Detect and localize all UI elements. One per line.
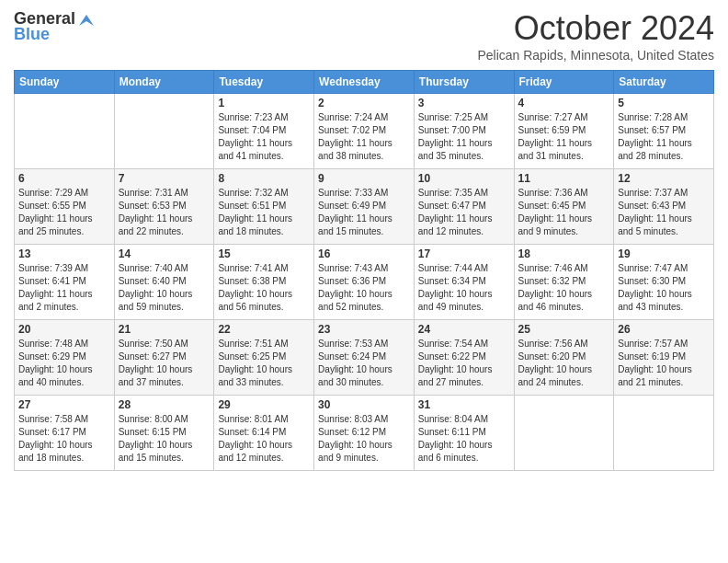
- calendar-header-monday: Monday: [114, 71, 214, 94]
- day-info: Sunrise: 7:35 AM Sunset: 6:47 PM Dayligh…: [418, 187, 510, 238]
- day-number: 2: [318, 97, 410, 109]
- calendar-cell: [15, 94, 115, 169]
- day-number: 15: [218, 247, 310, 260]
- day-number: 20: [18, 323, 110, 336]
- calendar-cell: 29Sunrise: 8:01 AM Sunset: 6:14 PM Dayli…: [214, 396, 314, 471]
- day-number: 8: [218, 172, 310, 185]
- day-info: Sunrise: 7:36 AM Sunset: 6:45 PM Dayligh…: [518, 187, 610, 238]
- calendar-cell: 26Sunrise: 7:57 AM Sunset: 6:19 PM Dayli…: [614, 320, 714, 396]
- day-number: 28: [119, 398, 210, 411]
- calendar-cell: 21Sunrise: 7:50 AM Sunset: 6:27 PM Dayli…: [114, 320, 214, 396]
- calendar-cell: 5Sunrise: 7:28 AM Sunset: 6:57 PM Daylig…: [614, 94, 714, 169]
- day-info: Sunrise: 7:27 AM Sunset: 6:59 PM Dayligh…: [518, 111, 610, 163]
- day-number: 11: [518, 172, 610, 185]
- day-info: Sunrise: 7:41 AM Sunset: 6:38 PM Dayligh…: [218, 262, 310, 314]
- day-info: Sunrise: 7:23 AM Sunset: 7:04 PM Dayligh…: [218, 111, 310, 163]
- day-number: 25: [518, 323, 610, 336]
- day-number: 27: [18, 398, 110, 411]
- calendar-cell: 19Sunrise: 7:47 AM Sunset: 6:30 PM Dayli…: [614, 245, 714, 320]
- month-title: October 2024: [477, 9, 714, 48]
- day-number: 17: [418, 247, 510, 260]
- calendar-cell: 16Sunrise: 7:43 AM Sunset: 6:36 PM Dayli…: [314, 245, 415, 320]
- calendar-cell: 20Sunrise: 7:48 AM Sunset: 6:29 PM Dayli…: [15, 320, 115, 396]
- day-info: Sunrise: 7:51 AM Sunset: 6:25 PM Dayligh…: [218, 338, 310, 389]
- day-info: Sunrise: 7:31 AM Sunset: 6:53 PM Dayligh…: [119, 187, 210, 238]
- location-title: Pelican Rapids, Minnesota, United States: [477, 48, 714, 63]
- day-info: Sunrise: 7:47 AM Sunset: 6:30 PM Dayligh…: [618, 262, 710, 314]
- day-number: 16: [318, 247, 410, 260]
- calendar-header-thursday: Thursday: [414, 71, 514, 94]
- calendar-week-row: 20Sunrise: 7:48 AM Sunset: 6:29 PM Dayli…: [15, 320, 714, 396]
- calendar-cell: 23Sunrise: 7:53 AM Sunset: 6:24 PM Dayli…: [314, 320, 415, 396]
- calendar-cell: [114, 94, 214, 169]
- day-info: Sunrise: 8:00 AM Sunset: 6:15 PM Dayligh…: [119, 413, 210, 465]
- calendar-header-friday: Friday: [514, 71, 614, 94]
- calendar-cell: [614, 396, 714, 471]
- day-number: 18: [518, 247, 610, 260]
- calendar-week-row: 6Sunrise: 7:29 AM Sunset: 6:55 PM Daylig…: [15, 169, 714, 245]
- calendar-cell: 30Sunrise: 8:03 AM Sunset: 6:12 PM Dayli…: [314, 396, 415, 471]
- day-number: 7: [119, 172, 210, 185]
- day-number: 13: [18, 247, 110, 260]
- day-info: Sunrise: 7:54 AM Sunset: 6:22 PM Dayligh…: [418, 338, 510, 389]
- day-info: Sunrise: 7:39 AM Sunset: 6:41 PM Dayligh…: [18, 262, 110, 314]
- day-number: 21: [119, 323, 210, 336]
- day-info: Sunrise: 7:33 AM Sunset: 6:49 PM Dayligh…: [318, 187, 410, 238]
- calendar-cell: 17Sunrise: 7:44 AM Sunset: 6:34 PM Dayli…: [414, 245, 514, 320]
- calendar-cell: 1Sunrise: 7:23 AM Sunset: 7:04 PM Daylig…: [214, 94, 314, 169]
- day-number: 23: [318, 323, 410, 336]
- calendar-cell: 14Sunrise: 7:40 AM Sunset: 6:40 PM Dayli…: [114, 245, 214, 320]
- day-info: Sunrise: 7:58 AM Sunset: 6:17 PM Dayligh…: [18, 413, 110, 465]
- day-number: 4: [518, 97, 610, 109]
- calendar-header-saturday: Saturday: [614, 71, 714, 94]
- day-info: Sunrise: 8:04 AM Sunset: 6:11 PM Dayligh…: [418, 413, 510, 465]
- calendar-cell: 18Sunrise: 7:46 AM Sunset: 6:32 PM Dayli…: [514, 245, 614, 320]
- calendar-cell: 15Sunrise: 7:41 AM Sunset: 6:38 PM Dayli…: [214, 245, 314, 320]
- day-info: Sunrise: 7:40 AM Sunset: 6:40 PM Dayligh…: [119, 262, 210, 314]
- calendar-cell: 10Sunrise: 7:35 AM Sunset: 6:47 PM Dayli…: [414, 169, 514, 245]
- calendar-cell: 7Sunrise: 7:31 AM Sunset: 6:53 PM Daylig…: [114, 169, 214, 245]
- page: General Blue October 2024 Pelican Rapids…: [0, 0, 728, 563]
- day-info: Sunrise: 7:28 AM Sunset: 6:57 PM Dayligh…: [618, 111, 710, 163]
- day-info: Sunrise: 8:03 AM Sunset: 6:12 PM Dayligh…: [318, 413, 410, 465]
- calendar-week-row: 27Sunrise: 7:58 AM Sunset: 6:17 PM Dayli…: [15, 396, 714, 471]
- day-number: 10: [418, 172, 510, 185]
- calendar-cell: 3Sunrise: 7:25 AM Sunset: 7:00 PM Daylig…: [414, 94, 514, 169]
- day-info: Sunrise: 7:25 AM Sunset: 7:00 PM Dayligh…: [418, 111, 510, 163]
- calendar-cell: 24Sunrise: 7:54 AM Sunset: 6:22 PM Dayli…: [414, 320, 514, 396]
- day-number: 24: [418, 323, 510, 336]
- logo: General Blue: [14, 9, 94, 44]
- calendar-cell: 11Sunrise: 7:36 AM Sunset: 6:45 PM Dayli…: [514, 169, 614, 245]
- calendar-cell: 28Sunrise: 8:00 AM Sunset: 6:15 PM Dayli…: [114, 396, 214, 471]
- header: General Blue October 2024 Pelican Rapids…: [14, 9, 714, 63]
- day-info: Sunrise: 7:56 AM Sunset: 6:20 PM Dayligh…: [518, 338, 610, 389]
- logo-bird-icon: [77, 11, 94, 28]
- day-number: 6: [18, 172, 110, 185]
- svg-marker-0: [79, 15, 94, 26]
- day-info: Sunrise: 7:46 AM Sunset: 6:32 PM Dayligh…: [518, 262, 610, 314]
- day-info: Sunrise: 8:01 AM Sunset: 6:14 PM Dayligh…: [218, 413, 310, 465]
- day-number: 29: [218, 398, 310, 411]
- day-info: Sunrise: 7:32 AM Sunset: 6:51 PM Dayligh…: [218, 187, 310, 238]
- title-area: October 2024 Pelican Rapids, Minnesota, …: [477, 9, 714, 63]
- day-number: 12: [618, 172, 710, 185]
- calendar-week-row: 13Sunrise: 7:39 AM Sunset: 6:41 PM Dayli…: [15, 245, 714, 320]
- calendar-cell: 2Sunrise: 7:24 AM Sunset: 7:02 PM Daylig…: [314, 94, 415, 169]
- calendar-cell: 31Sunrise: 8:04 AM Sunset: 6:11 PM Dayli…: [414, 396, 514, 471]
- day-info: Sunrise: 7:44 AM Sunset: 6:34 PM Dayligh…: [418, 262, 510, 314]
- day-number: 1: [218, 97, 310, 109]
- day-number: 3: [418, 97, 510, 109]
- day-info: Sunrise: 7:50 AM Sunset: 6:27 PM Dayligh…: [119, 338, 210, 389]
- day-info: Sunrise: 7:57 AM Sunset: 6:19 PM Dayligh…: [618, 338, 710, 389]
- calendar-cell: 9Sunrise: 7:33 AM Sunset: 6:49 PM Daylig…: [314, 169, 415, 245]
- day-info: Sunrise: 7:37 AM Sunset: 6:43 PM Dayligh…: [618, 187, 710, 238]
- day-number: 14: [119, 247, 210, 260]
- day-info: Sunrise: 7:29 AM Sunset: 6:55 PM Dayligh…: [18, 187, 110, 238]
- calendar-header-sunday: Sunday: [15, 71, 115, 94]
- logo-blue: Blue: [14, 25, 50, 44]
- calendar-cell: 27Sunrise: 7:58 AM Sunset: 6:17 PM Dayli…: [15, 396, 115, 471]
- calendar-cell: 8Sunrise: 7:32 AM Sunset: 6:51 PM Daylig…: [214, 169, 314, 245]
- day-number: 5: [618, 97, 710, 109]
- calendar-cell: 4Sunrise: 7:27 AM Sunset: 6:59 PM Daylig…: [514, 94, 614, 169]
- day-number: 30: [318, 398, 410, 411]
